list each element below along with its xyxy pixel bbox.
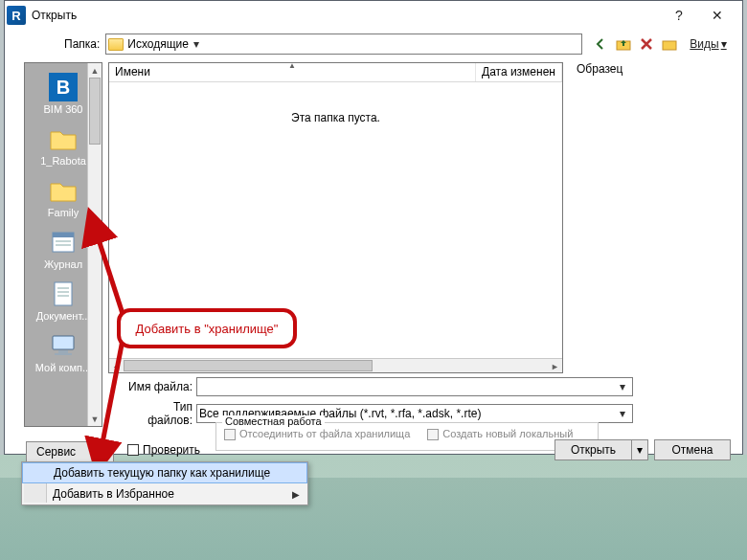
scroll-up-icon[interactable]: ▲ — [88, 63, 102, 78]
preview-pane: Образец — [569, 62, 735, 427]
up-folder-icon[interactable] — [615, 35, 632, 53]
place-label: BIM 360 — [34, 103, 92, 115]
filetype-label: Тип файлов: — [125, 400, 192, 427]
menu-add-to-favorites[interactable]: Добавить в Избранное ▶ — [22, 483, 307, 504]
new-folder-icon[interactable] — [661, 35, 678, 53]
place-label: Family — [34, 207, 92, 218]
check-checkbox[interactable]: Проверить — [127, 443, 200, 457]
place-journal[interactable]: Журнал — [34, 226, 92, 270]
open-button[interactable]: Открыть — [555, 439, 631, 460]
chevron-down-icon: ▾ — [637, 443, 643, 457]
place-label: Журнал — [34, 258, 92, 270]
computer-icon — [34, 329, 92, 362]
titlebar: R Открыть ? ✕ — [5, 1, 742, 30]
column-name[interactable]: ▲ Имени — [109, 63, 476, 81]
back-icon[interactable] — [592, 35, 609, 53]
detach-checkbox: Отсоединить от файла хранилища — [224, 428, 410, 440]
column-name-label: Имени — [115, 65, 150, 78]
views-dropdown[interactable]: Виды ▾ — [690, 37, 726, 51]
menu-add-as-storage[interactable]: Добавить текущую папку как хранилище — [22, 462, 307, 483]
svg-rect-8 — [55, 282, 72, 305]
place-bim360[interactable]: B BIM 360 — [34, 71, 92, 115]
scroll-thumb[interactable] — [89, 78, 101, 145]
place-computer[interactable]: Мой комп... — [34, 329, 92, 373]
collab-group: Совместная работа Отсоединить от файла х… — [215, 422, 599, 451]
place-rabota[interactable]: 1_Rabota — [34, 123, 92, 167]
cancel-button-label: Отмена — [671, 443, 713, 457]
svg-rect-12 — [53, 336, 74, 349]
scroll-down-icon[interactable]: ▼ — [88, 412, 102, 426]
filename-label: Имя файла: — [125, 380, 192, 393]
annotation-text: Добавить в "хранилище" — [136, 322, 279, 336]
tools-dropdown-button[interactable]: Сервис ▾ — [26, 441, 114, 462]
submenu-arrow-icon: ▶ — [292, 489, 300, 500]
svg-rect-5 — [53, 233, 74, 237]
folder-icon — [108, 38, 124, 51]
chevron-down-icon: ▾ — [721, 37, 727, 51]
empty-folder-message: Эта папка пуста. — [291, 111, 380, 124]
horizontal-scrollbar[interactable]: ◄ ► — [109, 358, 562, 372]
folder-dropdown[interactable]: Исходящие ▾ — [105, 34, 582, 55]
menu-item-label: Добавить текущую папку как хранилище — [54, 466, 270, 480]
places-scrollbar[interactable]: ▲ ▼ — [87, 63, 102, 426]
views-label: Виды — [690, 37, 718, 51]
place-label: Документ... — [34, 310, 92, 322]
menu-item-label: Добавить в Избранное — [53, 487, 174, 501]
folder-row: Папка: Исходящие ▾ Виды ▾ — [5, 30, 742, 58]
journal-icon — [34, 226, 92, 258]
document-icon — [34, 278, 92, 310]
delete-icon[interactable] — [638, 35, 655, 53]
place-family[interactable]: Family — [34, 174, 92, 218]
list-header: ▲ Имени Дата изменен — [109, 63, 562, 82]
create-local-checkbox: Создать новый локальный — [427, 428, 573, 440]
svg-rect-13 — [58, 350, 68, 353]
folder-icon — [34, 123, 92, 155]
detach-label: Отсоединить от файла хранилища — [239, 428, 410, 439]
open-button-dropdown[interactable]: ▾ — [631, 439, 648, 460]
folder-selected-name: Исходящие — [127, 37, 189, 51]
window-title: Открыть — [32, 9, 660, 22]
check-label: Проверить — [143, 443, 200, 457]
annotation-callout: Добавить в "хранилище" — [117, 308, 297, 348]
place-label: 1_Rabota — [34, 155, 92, 167]
chevron-down-icon: ▾ — [98, 445, 103, 459]
cancel-button[interactable]: Отмена — [654, 439, 731, 460]
scroll-thumb[interactable] — [124, 360, 373, 371]
place-documents[interactable]: Документ... — [34, 278, 92, 322]
preview-label: Образец — [577, 62, 735, 76]
scroll-left-icon[interactable]: ◄ — [109, 360, 124, 374]
chevron-down-icon: ▾ — [615, 380, 630, 393]
places-bar: B BIM 360 1_Rabota Family Журн — [24, 62, 102, 427]
sort-asc-icon: ▲ — [288, 63, 296, 70]
close-button[interactable]: ✕ — [698, 3, 736, 28]
svg-text:B: B — [57, 77, 70, 98]
bim360-icon: B — [34, 71, 92, 103]
folder-icon — [34, 174, 92, 207]
svg-rect-14 — [55, 353, 72, 355]
app-icon: R — [7, 6, 26, 25]
collab-group-title: Совместная работа — [222, 415, 325, 427]
open-button-label: Открыть — [571, 443, 616, 457]
svg-rect-1 — [663, 41, 676, 50]
tools-button-label: Сервис — [36, 445, 76, 459]
help-button[interactable]: ? — [660, 3, 698, 28]
place-label: Мой комп... — [34, 362, 92, 373]
chevron-down-icon: ▾ — [615, 407, 630, 420]
folder-label: Папка: — [64, 37, 100, 51]
filename-combobox[interactable]: ▾ — [196, 377, 633, 396]
scroll-right-icon[interactable]: ► — [548, 359, 562, 373]
chevron-down-icon: ▾ — [189, 37, 204, 51]
tools-menu: Добавить текущую папку как хранилище Доб… — [21, 461, 308, 505]
create-local-label: Создать новый локальный — [442, 428, 573, 439]
column-date-label: Дата изменен — [482, 65, 555, 78]
open-file-dialog: R Открыть ? ✕ Папка: Исходящие ▾ — [4, 0, 743, 455]
column-date[interactable]: Дата изменен — [476, 63, 562, 81]
